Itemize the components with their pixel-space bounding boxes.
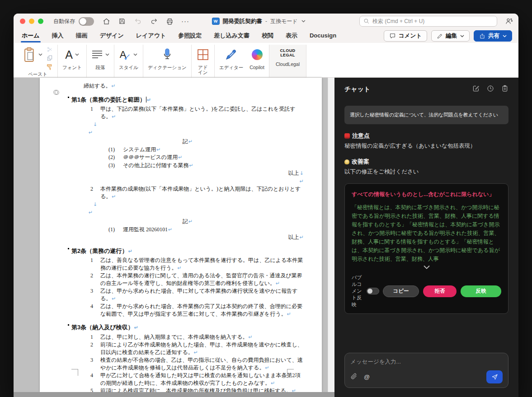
close-window-button[interactable] xyxy=(20,19,25,24)
paragraph-group[interactable]: 段落 xyxy=(86,45,114,77)
paste-chevron-down-icon xyxy=(38,53,42,56)
send-button[interactable] xyxy=(486,370,503,383)
account-icon[interactable] xyxy=(505,17,513,27)
document-canvas: 締結する。↵第1条（業務の委託と範囲）↵1甲は、下記の業務(以下「本件業務」とい… xyxy=(14,78,334,397)
save-icon[interactable] xyxy=(118,17,126,25)
tab-ホーム[interactable]: ホーム xyxy=(22,29,40,43)
pilcrow-mark: ↵ xyxy=(194,350,198,355)
compatibility-mode-label: 互換モード xyxy=(270,18,298,25)
autosave-toggle[interactable] xyxy=(79,17,94,26)
improvement-text: 以下の修正をご検討ください xyxy=(344,168,508,176)
alert-siren-icon xyxy=(344,133,350,139)
pilcrow-mark: ↵ xyxy=(188,219,193,224)
paragraph: 記↵ xyxy=(71,138,304,146)
format-painter-icon[interactable] xyxy=(46,64,53,70)
comment-indicator-icon[interactable] xyxy=(52,89,60,98)
clipboard-icon[interactable] xyxy=(501,85,508,94)
attach-paperclip-icon[interactable] xyxy=(350,373,358,382)
paragraph: (3)その他上記に付随する業務↵ xyxy=(108,162,304,170)
share-button[interactable]: 共有 xyxy=(474,30,512,42)
document-page[interactable]: 締結する。↵第1条（業務の委託と範囲）↵1甲は、下記の業務(以下「本件業務」とい… xyxy=(40,78,322,392)
mention-at-button[interactable]: @ xyxy=(364,374,370,380)
pilcrow-mark: ↵ xyxy=(112,296,116,302)
paragraph-text: 前項により乙が本件成果物を納入した場合、甲は、本件成果物を速やかに検査し、日以内… xyxy=(100,341,304,356)
paragraph-text: ＠＠＠サービスの運用↵ xyxy=(123,154,182,162)
new-chat-icon[interactable] xyxy=(472,85,480,94)
pilcrow-mark: ↵ xyxy=(300,234,304,240)
paragraph-text: 以上↵ xyxy=(288,234,304,240)
tab-校閲[interactable]: 校閲 xyxy=(262,29,273,43)
history-clock-icon[interactable] xyxy=(487,85,494,94)
paste-group[interactable]: ペースト xyxy=(18,45,57,77)
paragraph: (1)運用監視 20260101↵ xyxy=(108,226,304,234)
apply-button[interactable]: 反映 xyxy=(461,285,501,297)
paragraph: ↓ xyxy=(93,121,304,129)
bubble-comment-toggle-label: バブルコメント反映 xyxy=(352,274,363,308)
tab-レイアウト[interactable]: レイアウト xyxy=(136,29,166,43)
item-number: (1) xyxy=(108,226,123,234)
tab-挿入[interactable]: 挿入 xyxy=(52,29,64,43)
search-input[interactable]: 検索 (Cmd + Ctrl + U) xyxy=(359,16,497,27)
pilcrow-mark: ↵ xyxy=(168,227,172,233)
document-scrollbar[interactable] xyxy=(328,78,334,397)
search-icon xyxy=(363,18,370,24)
bubble-comment-toggle[interactable] xyxy=(367,288,379,294)
paragraph: (2)＠＠＠サービスの運用↵ xyxy=(108,154,304,162)
paragraph: ↵ xyxy=(71,177,304,186)
cloudlegal-group[interactable]: CLOUD LEGAL CloudLegal xyxy=(269,45,306,77)
item-number: 2 xyxy=(90,341,100,356)
editing-mode-button[interactable]: 編集 xyxy=(431,30,470,42)
editor-button[interactable]: エディター xyxy=(219,46,243,70)
copy-icon[interactable] xyxy=(47,55,53,61)
paragraph-text: システム運用↵ xyxy=(123,146,160,154)
pilcrow-mark: ↵ xyxy=(89,210,93,215)
paragraph-text: 甲が乙に対して合格を通知した時又は甲に検査の結果を通知しないまま本条第2項の期間… xyxy=(100,372,304,387)
microphone-icon xyxy=(162,47,173,62)
item-number: 4 xyxy=(90,372,100,387)
expand-suggestion-button[interactable] xyxy=(352,265,501,269)
margin-crop-mark-right xyxy=(287,369,294,376)
cut-scissors-icon[interactable] xyxy=(47,47,53,52)
suggestion-card: すべての情報をいうものとし...含むがこれに限られない」 「秘密情報とは、本契約… xyxy=(344,183,508,314)
tab-描画[interactable]: 描画 xyxy=(76,29,88,43)
document-title[interactable]: W 開発委託契約書 - 互換モード xyxy=(212,18,305,25)
paragraph: ↓ xyxy=(93,201,304,209)
pilcrow-mark: ↵ xyxy=(112,114,116,120)
home-icon[interactable] xyxy=(102,17,110,25)
share-chevron-down-icon xyxy=(503,35,507,37)
pilcrow-mark: ↵ xyxy=(249,334,253,340)
paragraph-text: その他上記に付随する業務↵ xyxy=(123,162,193,170)
print-icon[interactable] xyxy=(165,17,174,25)
paste-label: ペースト xyxy=(28,72,47,77)
tab-デザイン[interactable]: デザイン xyxy=(100,29,124,43)
dictation-group[interactable]: ディクテーション xyxy=(143,45,191,77)
paragraph-lines-icon xyxy=(91,50,103,60)
clipboard-paste-icon xyxy=(23,47,36,63)
font-group[interactable]: A フォント xyxy=(57,45,86,77)
item-number: 4 xyxy=(90,303,100,318)
copy-button[interactable]: コピー xyxy=(383,285,419,297)
tab-strip: ホーム挿入描画デザインレイアウト参照設定差し込み文書校閲表示Docusign xyxy=(22,29,336,43)
addins-group[interactable]: アド イン xyxy=(191,45,214,77)
undo-icon[interactable] xyxy=(134,17,142,25)
tab-Docusign[interactable]: Docusign xyxy=(310,29,336,42)
more-commands-icon[interactable]: ··· xyxy=(181,19,189,23)
minimize-window-button[interactable] xyxy=(29,19,34,24)
zoom-window-button[interactable] xyxy=(38,19,43,24)
redo-icon[interactable] xyxy=(150,17,158,25)
pilcrow-mark: ↵ xyxy=(300,178,304,184)
document-bottom-strip xyxy=(14,392,334,397)
reject-button[interactable]: 拒否 xyxy=(423,285,457,297)
editor-pencil-icon xyxy=(225,48,237,61)
tab-参照設定[interactable]: 参照設定 xyxy=(178,29,202,43)
comments-button-label: コメント xyxy=(399,32,422,40)
copilot-button[interactable]: Copilot xyxy=(250,46,264,70)
tab-表示[interactable]: 表示 xyxy=(286,29,297,43)
chat-message-input[interactable]: メッセージを入力... @ xyxy=(344,353,508,388)
styles-group[interactable]: A スタイル xyxy=(114,45,143,77)
doc-content: 締結する。↵第1条（業務の委託と範囲）↵1甲は、下記の業務(以下「本件業務」とい… xyxy=(71,82,304,392)
removed-text: すべての情報をいうものとし...含むがこれに限られない」 xyxy=(352,190,501,198)
comments-button[interactable]: コメント xyxy=(384,30,427,42)
tab-差し込み文書[interactable]: 差し込み文書 xyxy=(214,29,250,43)
paragraph: 記↵ xyxy=(71,218,304,226)
